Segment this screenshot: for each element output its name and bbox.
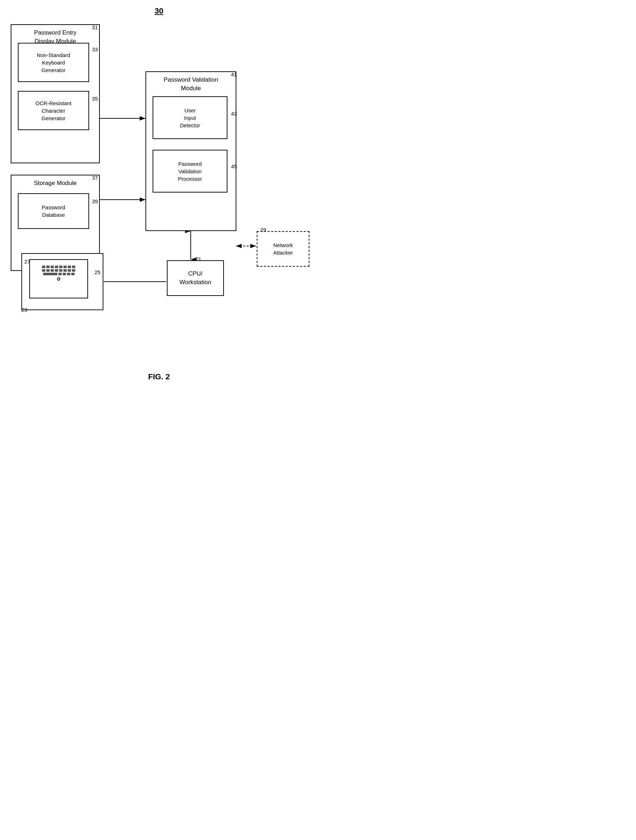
password-entry-display-box: Password EntryDisplay Module Non-Standar… <box>11 24 100 163</box>
password-validation-module-box: Password ValidationModule UserInputDetec… <box>145 71 236 231</box>
password-database-label: PasswordDatabase <box>42 204 65 219</box>
non-standard-keyboard-box: Non-StandardKeyboardGenerator <box>18 43 89 82</box>
ref-43: 43 <box>231 111 237 117</box>
ref-39: 39 <box>92 198 98 204</box>
password-entry-display-label: Password EntryDisplay Module <box>34 29 76 44</box>
network-attacker-label: NetworkAttacker <box>273 242 293 256</box>
fig-label: FIG. 2 <box>148 372 170 382</box>
ref-23: 23 <box>21 306 27 313</box>
display-outer-box <box>21 253 103 310</box>
password-validation-module-label: Password ValidationModule <box>164 76 218 92</box>
cpu-workstation-label: CPU/Workstation <box>179 270 211 287</box>
ref-21: 21 <box>196 256 201 262</box>
password-database-box: PasswordDatabase <box>18 193 89 229</box>
monitor-inner-box <box>29 259 88 298</box>
user-input-detector-box: UserInputDetector <box>153 96 227 139</box>
ref-37: 37 <box>92 175 98 181</box>
ref-31: 31 <box>92 24 98 30</box>
ref-29: 29 <box>260 227 266 233</box>
ref-25: 25 <box>95 269 101 275</box>
storage-module-label: Storage Module <box>34 180 77 186</box>
user-input-detector-label: UserInputDetector <box>180 107 200 129</box>
network-attacker-box: NetworkAttacker <box>257 231 309 267</box>
ref-41: 41 <box>231 71 237 77</box>
password-validation-processor-box: PasswordValidationProcessor <box>153 150 227 193</box>
password-validation-processor-label: PasswordValidationProcessor <box>178 160 202 183</box>
ocr-resistant-box: OCR-ResistantCharacterGenerator <box>18 91 89 130</box>
top-ref-label: 30 <box>155 6 163 16</box>
non-standard-keyboard-label: Non-StandardKeyboardGenerator <box>37 51 70 74</box>
ocr-resistant-label: OCR-ResistantCharacterGenerator <box>36 99 72 122</box>
ref-35: 35 <box>92 96 98 102</box>
ref-33: 33 <box>92 46 98 52</box>
cpu-workstation-box: CPU/Workstation <box>167 260 224 296</box>
ref-27: 27 <box>24 259 30 265</box>
diagram: 30 <box>0 0 318 392</box>
ref-45: 45 <box>231 163 237 169</box>
